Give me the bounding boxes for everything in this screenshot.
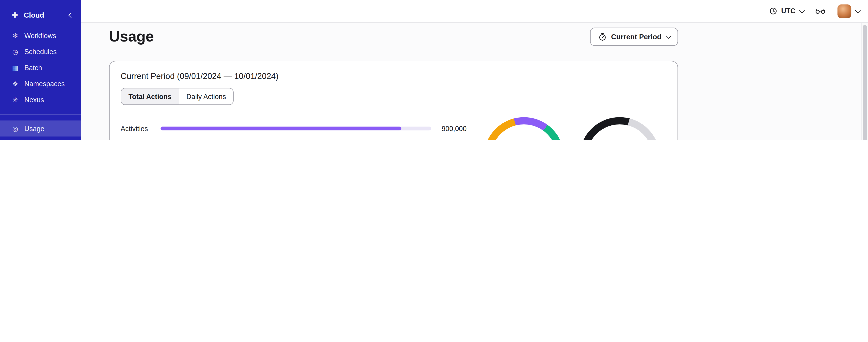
sidebar-item-workflows[interactable]: ✻ Workflows — [0, 28, 81, 44]
period-selector-button[interactable]: Current Period — [590, 28, 678, 46]
sidebar-item-namespaces[interactable]: ❖ Namespaces — [0, 76, 81, 92]
sidebar-item-batch[interactable]: ▦ Batch — [0, 60, 81, 76]
usage-bar-row: Activities 900,000 — [121, 122, 467, 136]
sidebar-item-schedules[interactable]: ◷ Schedules — [0, 44, 81, 60]
sidebar-brand[interactable]: ✚ Cloud — [0, 6, 81, 24]
clock-icon — [770, 7, 777, 15]
sidebar-item-billing[interactable]: ▤ Billing — [0, 136, 81, 140]
namespaces-icon: ❖ — [11, 80, 20, 88]
donut-center: 4.7 MM Total Actions — [491, 124, 557, 140]
nexus-icon: ✳ — [11, 96, 20, 104]
chevron-down-icon — [799, 7, 805, 13]
brand-label: Cloud — [24, 11, 69, 19]
bar-track — [161, 127, 431, 130]
bar-label: Activities — [121, 125, 160, 132]
sidebar-item-label: Batch — [24, 64, 42, 71]
chevron-down-icon — [855, 7, 861, 13]
glasses-icon — [815, 8, 825, 14]
charts-row: Activities 900,000 Queries 5,000 Signals — [121, 117, 666, 140]
donut-center: 0 GB/Day Total Storage — [587, 124, 653, 140]
page-scrollbar — [861, 23, 868, 140]
period-selector-label: Current Period — [611, 33, 661, 41]
page-title: Usage — [109, 28, 154, 45]
sidebar-collapse-icon[interactable] — [68, 12, 74, 18]
actions-tab-group: Total Actions Daily Actions — [121, 88, 234, 105]
usage-bar-row: Queries 5,000 — [121, 136, 467, 140]
workflows-icon: ✻ — [11, 32, 20, 39]
sidebar-item-label: Nexus — [24, 96, 44, 104]
labs-glasses-button[interactable] — [815, 8, 825, 14]
topbar: UTC — [81, 0, 868, 23]
sidebar-item-label: Namespaces — [24, 80, 65, 88]
app-root: ✚ Cloud ✻ Workflows ◷ Schedules ▦ Batch … — [0, 0, 868, 140]
schedules-icon: ◷ — [11, 48, 20, 56]
period-range-title: Current Period (09/01/2024 — 10/01/2024) — [121, 71, 666, 81]
bar-label: Queries — [121, 139, 160, 140]
page-head: Usage Current Period — [109, 28, 678, 46]
chevron-down-icon — [666, 33, 671, 39]
cloud-logo-icon: ✚ — [11, 11, 19, 19]
sidebar-item-usage[interactable]: ◎ Usage — [0, 121, 81, 136]
sidebar-item-label: Workflows — [24, 32, 56, 39]
sidebar-divider — [0, 114, 81, 115]
tab-total-actions[interactable]: Total Actions — [121, 89, 179, 104]
scrollbar-thumb[interactable] — [863, 25, 867, 140]
sidebar: ✚ Cloud ✻ Workflows ◷ Schedules ▦ Batch … — [0, 0, 81, 140]
account-menu[interactable] — [837, 4, 859, 18]
total-storage-donut: 0 GB/Day Total Storage — [580, 117, 660, 140]
avatar — [837, 4, 851, 18]
total-actions-donut: 4.7 MM Total Actions — [484, 117, 564, 140]
timezone-label: UTC — [781, 7, 796, 15]
scale-wrapper: ✚ Cloud ✻ Workflows ◷ Schedules ▦ Batch … — [0, 0, 868, 140]
batch-icon: ▦ — [11, 64, 20, 71]
usage-summary-card: Current Period (09/01/2024 — 10/01/2024)… — [109, 61, 678, 140]
tab-daily-actions[interactable]: Daily Actions — [179, 89, 233, 104]
bar-value: 900,000 — [433, 125, 467, 132]
timezone-selector[interactable]: UTC — [770, 7, 803, 15]
sidebar-item-label: Schedules — [24, 48, 57, 56]
usage-icon: ◎ — [11, 125, 20, 132]
bar-fill — [161, 127, 401, 130]
usage-bar-chart: Activities 900,000 Queries 5,000 Signals — [121, 122, 467, 140]
bar-value: 5,000 — [433, 139, 467, 140]
sidebar-item-label: Usage — [24, 125, 44, 132]
stopwatch-icon — [598, 33, 607, 41]
sidebar-item-nexus[interactable]: ✳ Nexus — [0, 92, 81, 108]
